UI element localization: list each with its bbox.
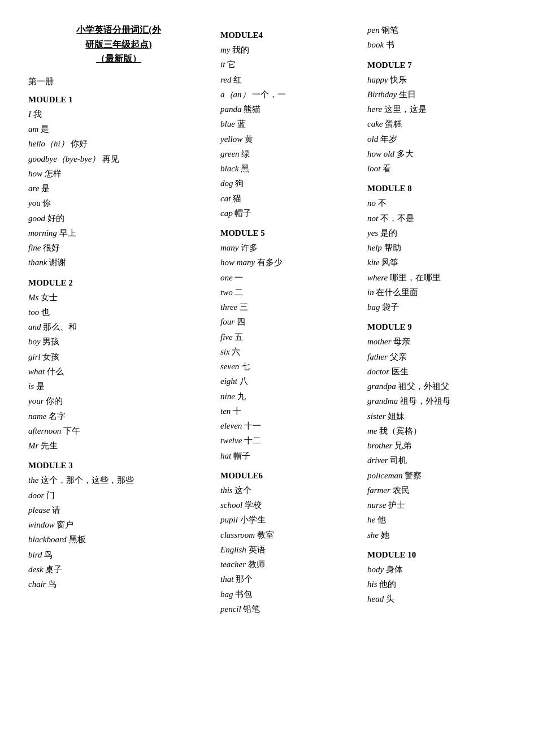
vocab-cn: 红 xyxy=(233,75,242,84)
vocab-cn: 六 xyxy=(232,347,240,356)
vocab-item: six 六 xyxy=(220,344,356,359)
vocab-cn: 二 xyxy=(235,288,243,297)
vocab-item: panda 熊猫 xyxy=(220,102,356,116)
vocab-cn: 那么、和 xyxy=(43,322,77,331)
vocab-item: dog 狗 xyxy=(220,176,356,191)
vocab-item: she 她 xyxy=(367,528,514,542)
vocab-en: afternoon xyxy=(28,426,61,435)
vocab-en: hello（hi） xyxy=(28,139,69,148)
vocab-item: four 四 xyxy=(220,314,356,329)
vocab-cn: 书包 xyxy=(235,590,252,599)
vocab-cn: 门 xyxy=(46,491,55,500)
vocab-item: blue 蓝 xyxy=(220,116,356,131)
vocab-item: where 哪里，在哪里 xyxy=(367,270,514,285)
vocab-cn: 护士 xyxy=(388,500,405,509)
vocab-en: two xyxy=(220,288,233,297)
vocab-en: yes xyxy=(367,228,378,237)
vocab-item: his 他的 xyxy=(367,577,514,591)
vocab-cn: 下午 xyxy=(63,426,80,435)
vocab-en: Mr xyxy=(28,441,38,450)
vocab-item: yes 是的 xyxy=(367,226,514,240)
vocab-en: goodbye（bye-bye） xyxy=(28,154,100,163)
vocab-cn: 女孩 xyxy=(42,352,59,361)
vocab-cn: 警察 xyxy=(405,471,422,480)
vocab-item: me 我（宾格） xyxy=(367,424,514,438)
vocab-en: how old xyxy=(367,149,394,158)
vocab-en: hat xyxy=(220,451,231,460)
vocab-cn: 窗户 xyxy=(57,520,73,529)
vocab-en: bag xyxy=(367,303,380,312)
vocab-item: boy 男孩 xyxy=(28,334,209,349)
vocab-en: body xyxy=(367,565,384,574)
vocab-cn: 好的 xyxy=(47,214,64,223)
vocab-cn: 谢谢 xyxy=(49,258,66,267)
vocab-cn: 我 xyxy=(33,110,42,119)
vocab-cn: 生日 xyxy=(399,90,416,99)
vocab-cn: 看 xyxy=(383,164,391,173)
vocab-cn: 农民 xyxy=(393,486,410,495)
vocab-item: I 我 xyxy=(28,107,209,122)
vocab-item: a（an） 一个，一 xyxy=(220,87,356,102)
vocab-item: am 是 xyxy=(28,122,209,136)
vocab-cn: 钢笔 xyxy=(381,25,398,34)
column-2: MODULE4my 我的it 它red 红a（an） 一个，一panda 熊猫b… xyxy=(220,23,356,616)
vocab-item: father 父亲 xyxy=(367,349,514,364)
vocab-en: name xyxy=(28,412,47,421)
vocab-item: mother 母亲 xyxy=(367,334,514,349)
vocab-cn: 怎样 xyxy=(45,169,62,178)
vocab-item: cap 帽子 xyxy=(220,206,356,221)
vocab-en: farmer xyxy=(367,486,390,495)
vocab-en: loot xyxy=(367,164,380,173)
vocab-en: desk xyxy=(28,565,44,574)
vocab-en: old xyxy=(367,135,378,144)
vocab-cn: 姐妹 xyxy=(388,412,405,421)
vocab-cn: 多大 xyxy=(397,149,414,158)
vocab-en: grandpa xyxy=(367,382,396,391)
vocab-cn: 那个 xyxy=(236,574,253,584)
vocab-en: too xyxy=(28,308,39,317)
vocab-item: classroom 教室 xyxy=(220,528,356,542)
vocab-en: four xyxy=(220,317,235,326)
vocab-item: desk 桌子 xyxy=(28,562,209,577)
vocab-item: pencil 铅笔 xyxy=(220,602,356,616)
title-section: 小学英语分册词汇(外研版三年级起点)（最新版） xyxy=(28,23,209,66)
vocab-cn: 母亲 xyxy=(393,337,410,346)
module-header: MODULE 9 xyxy=(367,322,514,332)
vocab-item: it 它 xyxy=(220,57,356,72)
vocab-en: yellow xyxy=(220,135,242,144)
vocab-en: that xyxy=(220,574,233,584)
vocab-item: good 好的 xyxy=(28,211,209,226)
vocab-en: policeman xyxy=(367,471,402,480)
vocab-cn: 哪里，在哪里 xyxy=(390,273,441,282)
vocab-item: Mr 先生 xyxy=(28,438,209,453)
vocab-item: morning 早上 xyxy=(28,226,209,240)
vocab-cn: 也 xyxy=(41,308,50,317)
vocab-cn: 蛋糕 xyxy=(385,119,402,128)
vocab-item: name 名字 xyxy=(28,409,209,424)
vocab-cn: 蓝 xyxy=(237,119,246,128)
vocab-en: cap xyxy=(220,209,233,218)
vocab-item: sister 姐妹 xyxy=(367,409,514,424)
vocab-item: the 这个，那个，这些，那些 xyxy=(28,473,209,487)
vocab-item: kite 风筝 xyxy=(367,255,514,270)
vocab-en: he xyxy=(367,515,375,524)
vocab-item: grandma 祖母，外祖母 xyxy=(367,394,514,408)
vocab-cn: 兄弟 xyxy=(394,441,411,450)
vocab-en: my xyxy=(220,45,231,54)
vocab-cn: 教师 xyxy=(248,560,265,569)
vocab-en: and xyxy=(28,322,41,331)
vocab-cn: 书 xyxy=(386,40,394,49)
vocab-cn: 你好 xyxy=(71,139,88,148)
vocab-item: help 帮助 xyxy=(367,240,514,255)
vocab-en: kite xyxy=(367,258,380,267)
vocab-cn: 是的 xyxy=(380,228,397,237)
vocab-cn: 是 xyxy=(36,382,45,391)
vocab-item: not 不，不是 xyxy=(367,211,514,226)
vocab-item: three 三 xyxy=(220,300,356,314)
vocab-en: teacher xyxy=(220,560,246,569)
vocab-en: not xyxy=(367,214,378,223)
vocab-en: help xyxy=(367,243,382,252)
vocab-item: farmer 农民 xyxy=(367,483,514,498)
vocab-en: driver xyxy=(367,456,388,465)
vocab-cn: 十 xyxy=(233,407,241,416)
